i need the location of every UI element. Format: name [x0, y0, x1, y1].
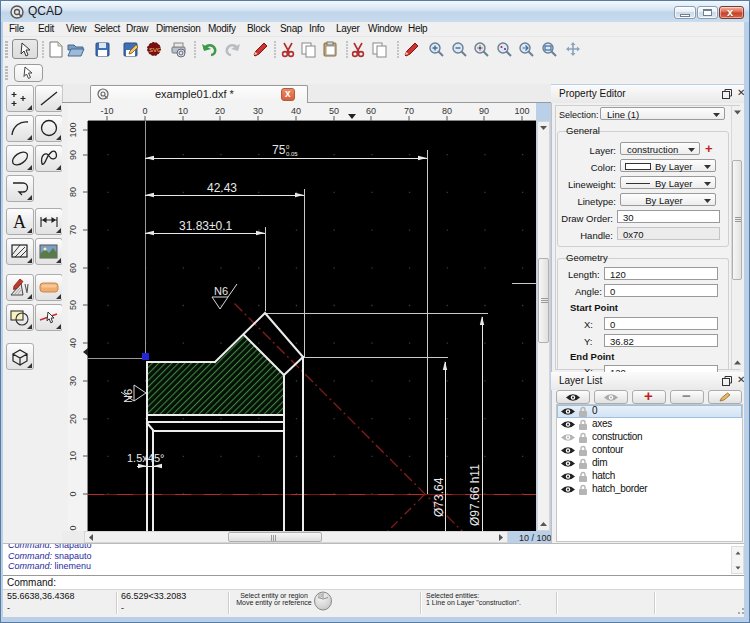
- svg-text:1.5x45°: 1.5x45°: [127, 452, 164, 464]
- svg-text:Ø73.64: Ø73.64: [432, 477, 446, 517]
- svg-text:10: 10: [178, 106, 188, 116]
- svg-text:100: 100: [68, 122, 78, 137]
- svg-text:100: 100: [514, 106, 529, 116]
- svg-text:50: 50: [329, 106, 339, 116]
- svg-text:70: 70: [404, 106, 414, 116]
- svg-text:70: 70: [68, 225, 78, 235]
- svg-text:0.05: 0.05: [286, 151, 298, 157]
- svg-text:N6: N6: [214, 285, 228, 297]
- svg-text:20: 20: [215, 106, 225, 116]
- svg-text:50: 50: [68, 300, 78, 310]
- svg-text:30: 30: [253, 106, 263, 116]
- svg-text:31.83±0.1: 31.83±0.1: [179, 219, 233, 233]
- svg-text:75: 75: [272, 143, 286, 157]
- svg-text:40: 40: [291, 106, 301, 116]
- svg-text:90: 90: [68, 150, 78, 160]
- svg-text:80: 80: [68, 187, 78, 197]
- svg-text:40: 40: [68, 338, 78, 348]
- svg-text:42.43: 42.43: [207, 181, 237, 195]
- svg-text:20: 20: [68, 414, 78, 424]
- svg-text:N6: N6: [122, 389, 134, 403]
- svg-text:-10: -10: [100, 106, 113, 116]
- svg-text:10: 10: [68, 451, 78, 461]
- svg-text:0: 0: [286, 144, 290, 150]
- svg-text:SVG: SVG: [149, 47, 162, 53]
- svg-text:A: A: [13, 212, 26, 232]
- svg-text:0: 0: [68, 491, 78, 496]
- svg-text:60: 60: [366, 106, 376, 116]
- svg-text:0: 0: [142, 106, 147, 116]
- svg-text:80: 80: [442, 106, 452, 116]
- svg-text:60: 60: [68, 263, 78, 273]
- svg-text:90: 90: [479, 106, 489, 116]
- svg-text:30: 30: [68, 376, 78, 386]
- svg-text:Ø97.66 h11: Ø97.66 h11: [468, 464, 482, 526]
